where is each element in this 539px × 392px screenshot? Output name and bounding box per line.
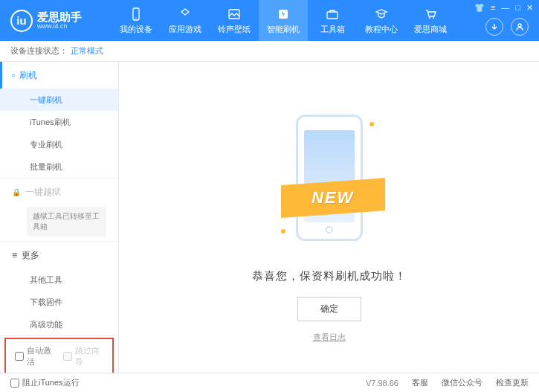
sidebar-item-download-firmware[interactable]: 下载固件 <box>0 291 118 313</box>
close-icon[interactable]: ✕ <box>526 3 533 13</box>
sidebar: ▫ 刷机 一键刷机 iTunes刷机 专业刷机 批量刷机 🔒 一键越狱 越狱工具… <box>0 62 119 373</box>
sidebar-group-flash[interactable]: ▫ 刷机 <box>0 62 118 89</box>
nav-ringtones[interactable]: 铃声壁纸 <box>210 0 259 41</box>
logo: iu 爱思助手 www.i4.cn <box>0 10 112 32</box>
view-log-link[interactable]: 查看日志 <box>313 332 346 343</box>
lock-icon: 🔒 <box>12 188 21 196</box>
status-label: 设备连接状态： <box>10 45 68 57</box>
menu-icon[interactable]: ≡ <box>491 3 495 13</box>
version-label: V7.98.66 <box>366 379 398 388</box>
svg-point-5 <box>429 17 430 19</box>
nav-store[interactable]: 爱思商城 <box>406 0 455 41</box>
toolbox-icon <box>325 7 340 22</box>
footer: 阻止iTunes运行 V7.98.66 客服 微信公众号 检查更新 <box>0 373 539 392</box>
flash-small-icon: ▫ <box>12 70 15 80</box>
options-row: 自动激活 跳过向导 <box>4 338 114 373</box>
user-button[interactable] <box>511 18 529 36</box>
skip-guide-checkbox[interactable]: 跳过向导 <box>63 345 104 367</box>
nav-my-device[interactable]: 我的设备 <box>112 0 161 41</box>
svg-point-6 <box>433 17 434 19</box>
skin-icon[interactable]: 👕 <box>474 3 485 13</box>
maximize-icon[interactable]: □ <box>515 3 520 13</box>
sidebar-item-oneclick-flash[interactable]: 一键刷机 <box>0 89 118 111</box>
phone-icon <box>129 7 143 22</box>
window-controls: 👕 ≡ — □ ✕ <box>474 3 533 13</box>
sidebar-item-other-tools[interactable]: 其他工具 <box>0 269 118 291</box>
nav-smart-flash[interactable]: 智能刷机 <box>259 0 308 41</box>
footer-update[interactable]: 检查更新 <box>496 377 529 388</box>
image-icon <box>227 7 242 22</box>
nav-apps[interactable]: 应用游戏 <box>161 0 210 41</box>
app-subtitle: www.i4.cn <box>37 22 82 30</box>
svg-rect-4 <box>327 12 338 19</box>
header-actions <box>485 18 529 36</box>
sidebar-item-advanced[interactable]: 高级功能 <box>0 313 118 335</box>
minimize-icon[interactable]: — <box>501 3 509 13</box>
main-content: NEW 恭喜您，保资料刷机成功啦！ 确定 查看日志 <box>119 62 539 373</box>
main-nav: 我的设备 应用游戏 铃声壁纸 智能刷机 工具箱 教程中心 爱思商城 <box>112 0 455 41</box>
status-bar: 设备连接状态： 正常模式 <box>0 41 539 62</box>
app-title: 爱思助手 <box>37 11 82 22</box>
success-message: 恭喜您，保资料刷机成功啦！ <box>252 269 407 283</box>
nav-tutorials[interactable]: 教程中心 <box>357 0 406 41</box>
ok-button[interactable]: 确定 <box>297 297 361 321</box>
more-icon: ≡ <box>12 250 17 260</box>
svg-point-1 <box>135 17 137 19</box>
sidebar-group-jailbreak: 🔒 一键越狱 <box>0 179 118 205</box>
sidebar-jailbreak-note: 越狱工具已转移至工具箱 <box>27 207 106 237</box>
footer-wechat[interactable]: 微信公众号 <box>442 377 482 388</box>
block-itunes-checkbox[interactable]: 阻止iTunes运行 <box>10 377 80 388</box>
sidebar-group-more[interactable]: ≡ 更多 <box>0 242 118 269</box>
nav-toolbox[interactable]: 工具箱 <box>308 0 357 41</box>
cart-icon <box>423 7 438 22</box>
phone-illustration: NEW <box>281 107 378 256</box>
sidebar-item-batch-flash[interactable]: 批量刷机 <box>0 155 118 178</box>
sidebar-item-pro-flash[interactable]: 专业刷机 <box>0 133 118 155</box>
flash-icon <box>276 7 291 22</box>
apps-icon <box>178 7 193 22</box>
app-header: iu 爱思助手 www.i4.cn 我的设备 应用游戏 铃声壁纸 智能刷机 工具… <box>0 0 539 41</box>
svg-point-7 <box>518 24 521 27</box>
download-button[interactable] <box>485 18 503 36</box>
ribbon-text: NEW <box>312 188 354 208</box>
sidebar-item-itunes-flash[interactable]: iTunes刷机 <box>0 111 118 133</box>
logo-icon: iu <box>10 10 33 32</box>
auto-activate-checkbox[interactable]: 自动激活 <box>15 345 56 367</box>
status-mode: 正常模式 <box>71 45 103 57</box>
footer-support[interactable]: 客服 <box>412 377 428 388</box>
graduation-icon <box>374 7 389 22</box>
